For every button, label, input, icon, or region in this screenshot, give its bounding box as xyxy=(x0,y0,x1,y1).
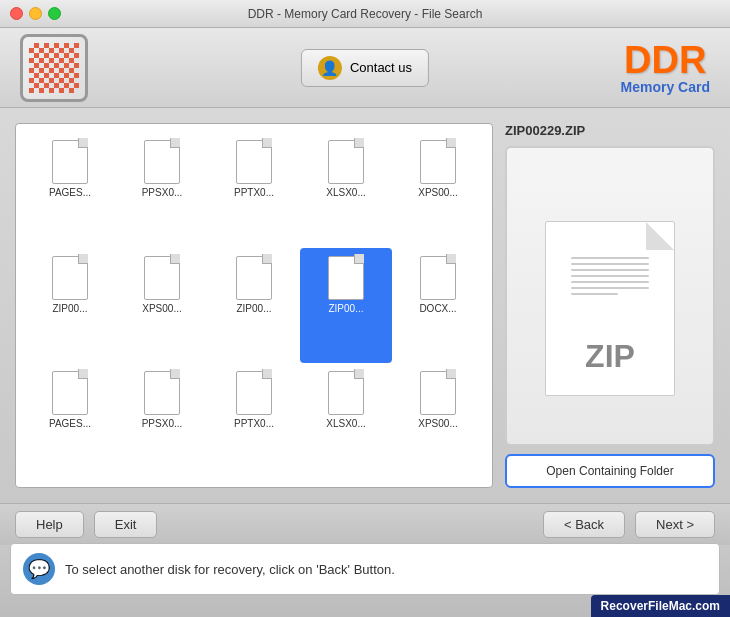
file-label: XPS00... xyxy=(142,303,181,314)
file-icon xyxy=(418,138,458,184)
file-icon xyxy=(326,369,366,415)
line xyxy=(571,287,649,289)
file-icon xyxy=(142,369,182,415)
bottom-bar: Help Exit < Back Next > xyxy=(0,503,730,545)
line xyxy=(571,263,649,265)
zip-doc-corner xyxy=(646,222,674,250)
file-icon xyxy=(418,254,458,300)
recover-brand: RecoverFileMac.com xyxy=(591,595,730,617)
file-icon xyxy=(142,254,182,300)
file-icon-corner xyxy=(354,369,364,379)
zip-doc-body: ZIP xyxy=(545,221,675,396)
window-title: DDR - Memory Card Recovery - File Search xyxy=(248,7,483,21)
file-label: XLSX0... xyxy=(326,418,365,429)
zip-label: ZIP xyxy=(546,338,674,375)
file-item[interactable]: ZIP00... xyxy=(208,248,300,364)
status-message: To select another disk for recovery, cli… xyxy=(65,562,395,577)
file-label: XPS00... xyxy=(418,418,457,429)
file-icon xyxy=(50,254,90,300)
file-icon-corner xyxy=(78,138,88,148)
next-button[interactable]: Next > xyxy=(635,511,715,538)
app-logo xyxy=(20,34,88,102)
file-label: XLSX0... xyxy=(326,187,365,198)
file-item[interactable]: PPSX0... xyxy=(116,132,208,248)
file-icon-corner xyxy=(170,138,180,148)
file-icon-corner xyxy=(78,254,88,264)
file-icon-corner xyxy=(170,254,180,264)
file-item[interactable]: ZIP00... xyxy=(24,248,116,364)
file-item[interactable]: PPSX0... xyxy=(116,363,208,479)
exit-button[interactable]: Exit xyxy=(94,511,158,538)
contact-button[interactable]: 👤 Contact us xyxy=(301,49,429,87)
help-button[interactable]: Help xyxy=(15,511,84,538)
zip-preview-image: ZIP xyxy=(530,196,690,396)
contact-icon: 👤 xyxy=(318,56,342,80)
file-icon-corner xyxy=(446,369,456,379)
file-icon xyxy=(50,138,90,184)
status-bar: 💬 To select another disk for recovery, c… xyxy=(10,543,720,595)
file-item[interactable]: XPS00... xyxy=(116,248,208,364)
titlebar: DDR - Memory Card Recovery - File Search xyxy=(0,0,730,28)
file-icon xyxy=(50,369,90,415)
file-icon xyxy=(234,138,274,184)
line xyxy=(571,257,649,259)
file-label: PPTX0... xyxy=(234,187,274,198)
window-controls xyxy=(10,7,61,20)
preview-panel: ZIP00229.ZIP ZIP Ope xyxy=(505,123,715,488)
minimize-button[interactable] xyxy=(29,7,42,20)
file-icon xyxy=(234,369,274,415)
file-icon xyxy=(142,138,182,184)
file-item[interactable]: PPTX0... xyxy=(208,132,300,248)
file-item[interactable]: XPS00... xyxy=(392,363,484,479)
file-label: XPS00... xyxy=(418,187,457,198)
line xyxy=(571,293,618,295)
file-item[interactable]: PPTX0... xyxy=(208,363,300,479)
open-folder-button[interactable]: Open Containing Folder xyxy=(505,454,715,488)
file-item[interactable]: XLSX0... xyxy=(300,363,392,479)
file-label: DOCX... xyxy=(419,303,456,314)
line xyxy=(571,281,649,283)
file-item[interactable]: DOCX... xyxy=(392,248,484,364)
file-item[interactable]: XLSX0... xyxy=(300,132,392,248)
brand: DDR Memory Card xyxy=(621,41,710,95)
line xyxy=(571,269,649,271)
file-icon-corner xyxy=(78,369,88,379)
file-icon-corner xyxy=(354,254,364,264)
file-item[interactable]: ZIP00... xyxy=(300,248,392,364)
logo-icon xyxy=(29,43,79,93)
file-icon-corner xyxy=(446,138,456,148)
line xyxy=(571,275,649,277)
file-label: ZIP00... xyxy=(328,303,363,314)
close-button[interactable] xyxy=(10,7,23,20)
file-item[interactable]: PAGES... xyxy=(24,363,116,479)
status-icon: 💬 xyxy=(23,553,55,585)
file-icon-corner xyxy=(170,369,180,379)
file-label: ZIP00... xyxy=(52,303,87,314)
file-icon-corner xyxy=(262,254,272,264)
file-label: ZIP00... xyxy=(236,303,271,314)
brand-sub: Memory Card xyxy=(621,79,710,95)
file-icon-corner xyxy=(354,138,364,148)
brand-main: DDR xyxy=(621,41,710,79)
file-item[interactable]: PAGES... xyxy=(24,132,116,248)
file-icon-corner xyxy=(262,138,272,148)
file-icon xyxy=(234,254,274,300)
file-icon xyxy=(326,138,366,184)
main-content: PAGES... PPSX0... PPTX0... XLSX0... XPS0… xyxy=(0,108,730,503)
file-item[interactable]: XPS00... xyxy=(392,132,484,248)
back-button[interactable]: < Back xyxy=(543,511,625,538)
file-label: PAGES... xyxy=(49,418,91,429)
zip-doc-lines xyxy=(571,257,649,295)
file-label: PPSX0... xyxy=(142,187,183,198)
file-icon-corner xyxy=(262,369,272,379)
file-icon xyxy=(326,254,366,300)
contact-label: Contact us xyxy=(350,60,412,75)
file-label: PPTX0... xyxy=(234,418,274,429)
footer: 💬 To select another disk for recovery, c… xyxy=(0,545,730,617)
file-label: PPSX0... xyxy=(142,418,183,429)
maximize-button[interactable] xyxy=(48,7,61,20)
preview-filename: ZIP00229.ZIP xyxy=(505,123,715,138)
file-icon-corner xyxy=(446,254,456,264)
file-grid-panel: PAGES... PPSX0... PPTX0... XLSX0... XPS0… xyxy=(15,123,493,488)
preview-box: ZIP xyxy=(505,146,715,446)
